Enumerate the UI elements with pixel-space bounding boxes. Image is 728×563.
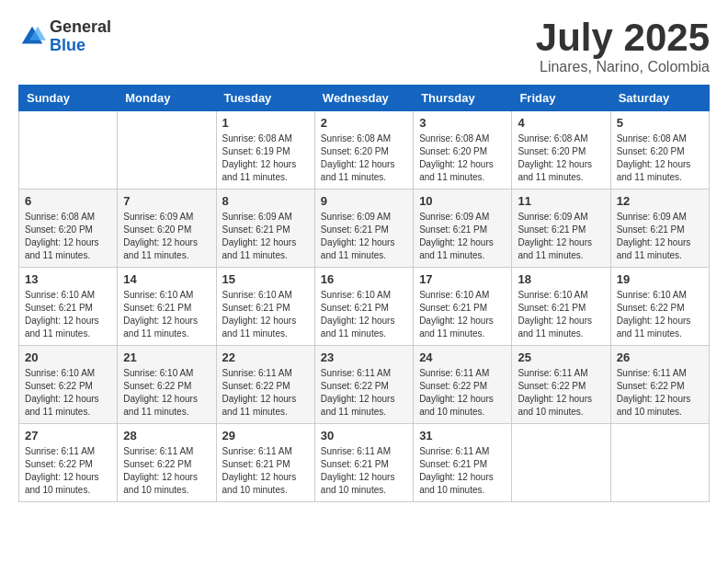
- calendar-week-row: 13Sunrise: 6:10 AM Sunset: 6:21 PM Dayli…: [19, 268, 710, 346]
- calendar-cell: 28Sunrise: 6:11 AM Sunset: 6:22 PM Dayli…: [118, 424, 216, 502]
- calendar-week-row: 6Sunrise: 6:08 AM Sunset: 6:20 PM Daylig…: [19, 190, 710, 268]
- calendar-cell: [512, 424, 610, 502]
- calendar-cell: 18Sunrise: 6:10 AM Sunset: 6:21 PM Dayli…: [512, 268, 610, 346]
- day-of-week-header: Thursday: [414, 86, 512, 111]
- day-info: Sunrise: 6:11 AM Sunset: 6:22 PM Dayligh…: [321, 367, 407, 419]
- day-number: 15: [222, 272, 309, 286]
- day-info: Sunrise: 6:08 AM Sunset: 6:20 PM Dayligh…: [518, 132, 604, 184]
- calendar-cell: [19, 111, 118, 190]
- day-info: Sunrise: 6:11 AM Sunset: 6:22 PM Dayligh…: [123, 445, 210, 497]
- day-number: 27: [25, 429, 111, 442]
- location-subtitle: Linares, Narino, Colombia: [536, 59, 710, 75]
- day-number: 8: [222, 194, 309, 208]
- day-number: 3: [419, 116, 506, 130]
- day-number: 19: [617, 272, 703, 286]
- day-info: Sunrise: 6:10 AM Sunset: 6:21 PM Dayligh…: [321, 289, 407, 340]
- day-of-week-header: Monday: [118, 86, 216, 111]
- day-of-week-header: Saturday: [610, 86, 709, 111]
- day-number: 22: [222, 350, 309, 364]
- day-info: Sunrise: 6:11 AM Sunset: 6:22 PM Dayligh…: [222, 367, 309, 419]
- calendar-week-row: 27Sunrise: 6:11 AM Sunset: 6:22 PM Dayli…: [19, 424, 710, 502]
- day-info: Sunrise: 6:09 AM Sunset: 6:21 PM Dayligh…: [321, 211, 407, 262]
- day-number: 17: [419, 272, 506, 286]
- calendar-cell: 20Sunrise: 6:10 AM Sunset: 6:22 PM Dayli…: [19, 346, 118, 424]
- day-number: 5: [617, 116, 703, 130]
- day-number: 10: [419, 194, 506, 208]
- calendar-cell: 21Sunrise: 6:10 AM Sunset: 6:22 PM Dayli…: [118, 346, 216, 424]
- day-info: Sunrise: 6:08 AM Sunset: 6:20 PM Dayligh…: [321, 132, 407, 184]
- day-number: 12: [617, 194, 703, 208]
- day-number: 24: [419, 350, 506, 364]
- day-number: 14: [123, 272, 210, 286]
- day-info: Sunrise: 6:10 AM Sunset: 6:22 PM Dayligh…: [123, 367, 210, 419]
- day-number: 31: [419, 429, 506, 442]
- day-of-week-header: Sunday: [19, 86, 118, 111]
- day-of-week-header: Friday: [512, 86, 610, 111]
- day-number: 18: [518, 272, 604, 286]
- day-number: 4: [518, 116, 604, 130]
- day-number: 26: [617, 350, 703, 364]
- day-info: Sunrise: 6:09 AM Sunset: 6:21 PM Dayligh…: [518, 211, 604, 262]
- calendar-cell: 17Sunrise: 6:10 AM Sunset: 6:21 PM Dayli…: [414, 268, 512, 346]
- day-info: Sunrise: 6:10 AM Sunset: 6:22 PM Dayligh…: [617, 289, 703, 340]
- day-number: 28: [123, 429, 210, 442]
- day-info: Sunrise: 6:11 AM Sunset: 6:22 PM Dayligh…: [25, 445, 111, 497]
- calendar-header: SundayMondayTuesdayWednesdayThursdayFrid…: [19, 86, 710, 111]
- day-info: Sunrise: 6:11 AM Sunset: 6:21 PM Dayligh…: [321, 445, 407, 497]
- day-number: 11: [518, 194, 604, 208]
- calendar-cell: 27Sunrise: 6:11 AM Sunset: 6:22 PM Dayli…: [19, 424, 118, 502]
- logo-text: General Blue: [50, 18, 111, 55]
- header: General Blue July 2025 Linares, Narino, …: [18, 18, 710, 75]
- calendar-body: 1Sunrise: 6:08 AM Sunset: 6:19 PM Daylig…: [19, 111, 710, 502]
- calendar-cell: 29Sunrise: 6:11 AM Sunset: 6:21 PM Dayli…: [216, 424, 314, 502]
- calendar-cell: 1Sunrise: 6:08 AM Sunset: 6:19 PM Daylig…: [216, 111, 314, 190]
- day-number: 23: [321, 350, 407, 364]
- day-info: Sunrise: 6:11 AM Sunset: 6:22 PM Dayligh…: [617, 367, 703, 419]
- day-number: 30: [321, 429, 407, 442]
- day-number: 20: [25, 350, 111, 364]
- day-number: 16: [321, 272, 407, 286]
- calendar-cell: 26Sunrise: 6:11 AM Sunset: 6:22 PM Dayli…: [610, 346, 709, 424]
- calendar-cell: 11Sunrise: 6:09 AM Sunset: 6:21 PM Dayli…: [512, 190, 610, 268]
- day-info: Sunrise: 6:11 AM Sunset: 6:21 PM Dayligh…: [419, 445, 506, 497]
- day-of-week-header: Wednesday: [314, 86, 413, 111]
- calendar-cell: 23Sunrise: 6:11 AM Sunset: 6:22 PM Dayli…: [314, 346, 413, 424]
- calendar-cell: 19Sunrise: 6:10 AM Sunset: 6:22 PM Dayli…: [610, 268, 709, 346]
- calendar-cell: 13Sunrise: 6:10 AM Sunset: 6:21 PM Dayli…: [19, 268, 118, 346]
- calendar-cell: 4Sunrise: 6:08 AM Sunset: 6:20 PM Daylig…: [512, 111, 610, 190]
- day-info: Sunrise: 6:08 AM Sunset: 6:20 PM Dayligh…: [617, 132, 703, 184]
- calendar-cell: 5Sunrise: 6:08 AM Sunset: 6:20 PM Daylig…: [610, 111, 709, 190]
- day-info: Sunrise: 6:10 AM Sunset: 6:21 PM Dayligh…: [123, 289, 210, 340]
- day-info: Sunrise: 6:09 AM Sunset: 6:21 PM Dayligh…: [222, 211, 309, 262]
- day-number: 9: [321, 194, 407, 208]
- calendar-cell: 3Sunrise: 6:08 AM Sunset: 6:20 PM Daylig…: [414, 111, 512, 190]
- logo: General Blue: [18, 18, 111, 55]
- calendar-cell: 6Sunrise: 6:08 AM Sunset: 6:20 PM Daylig…: [19, 190, 118, 268]
- day-info: Sunrise: 6:09 AM Sunset: 6:20 PM Dayligh…: [123, 211, 210, 262]
- calendar-cell: 10Sunrise: 6:09 AM Sunset: 6:21 PM Dayli…: [414, 190, 512, 268]
- calendar-cell: [610, 424, 709, 502]
- calendar-cell: 16Sunrise: 6:10 AM Sunset: 6:21 PM Dayli…: [314, 268, 413, 346]
- day-info: Sunrise: 6:09 AM Sunset: 6:21 PM Dayligh…: [419, 211, 506, 262]
- day-number: 2: [321, 116, 407, 130]
- day-info: Sunrise: 6:10 AM Sunset: 6:21 PM Dayligh…: [25, 289, 111, 340]
- day-info: Sunrise: 6:08 AM Sunset: 6:20 PM Dayligh…: [25, 211, 111, 262]
- calendar-cell: 31Sunrise: 6:11 AM Sunset: 6:21 PM Dayli…: [414, 424, 512, 502]
- calendar-table: SundayMondayTuesdayWednesdayThursdayFrid…: [18, 85, 710, 502]
- title-section: July 2025 Linares, Narino, Colombia: [536, 18, 710, 75]
- calendar-cell: [118, 111, 216, 190]
- calendar-cell: 30Sunrise: 6:11 AM Sunset: 6:21 PM Dayli…: [314, 424, 413, 502]
- calendar-cell: 8Sunrise: 6:09 AM Sunset: 6:21 PM Daylig…: [216, 190, 314, 268]
- calendar-cell: 24Sunrise: 6:11 AM Sunset: 6:22 PM Dayli…: [414, 346, 512, 424]
- day-number: 6: [25, 194, 111, 208]
- day-info: Sunrise: 6:10 AM Sunset: 6:21 PM Dayligh…: [222, 289, 309, 340]
- day-number: 21: [123, 350, 210, 364]
- day-number: 29: [222, 429, 309, 442]
- day-info: Sunrise: 6:08 AM Sunset: 6:19 PM Dayligh…: [222, 132, 309, 184]
- logo-general-text: General: [50, 18, 111, 37]
- month-year-title: July 2025: [536, 18, 710, 57]
- day-number: 13: [25, 272, 111, 286]
- header-row: SundayMondayTuesdayWednesdayThursdayFrid…: [19, 86, 710, 111]
- day-number: 7: [123, 194, 210, 208]
- calendar-cell: 9Sunrise: 6:09 AM Sunset: 6:21 PM Daylig…: [314, 190, 413, 268]
